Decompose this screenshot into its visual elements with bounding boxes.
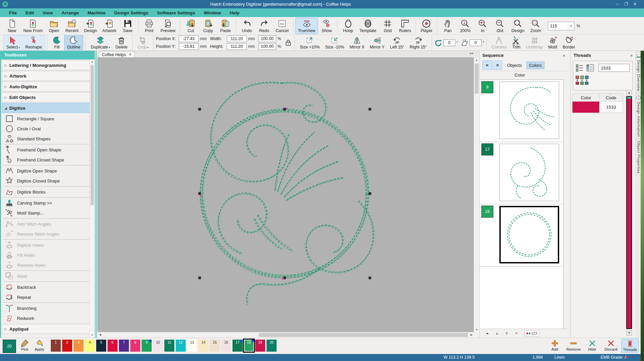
move-first-button[interactable]: ⏶ [483,330,492,337]
cut-button[interactable]: Cut [182,18,199,34]
tool-branching[interactable]: Branching [1,303,95,313]
thread-chart-icon[interactable] [586,64,595,72]
undo-button[interactable]: Undo [238,18,256,34]
toolbox-section-artwork[interactable]: ▷Artwork [2,71,90,81]
discard-button[interactable]: Discard [603,339,619,353]
tool-digitize-blocks[interactable]: Digitize Blocks [1,187,95,197]
color-swatch[interactable]: 9 [481,81,493,93]
tool-repeat[interactable]: Repeat [1,292,95,302]
tool-freehand-closed-shape[interactable]: Freehand Closed Shape [1,155,95,165]
player-button[interactable]: Player [418,18,435,34]
canvas-vertical-scrollbar[interactable]: ▲ ▼ [474,57,479,332]
thread-list-icon[interactable] [575,64,584,72]
assign-colors-icon[interactable] [575,75,590,87]
design-canvas[interactable] [98,57,474,332]
scrollbar-thumb[interactable] [475,64,479,94]
palette-color-11[interactable]: 11 [164,340,174,352]
mirror-y-button[interactable]: Mirror Y [367,35,387,50]
scroll-left-icon[interactable]: ◀ [98,332,103,337]
menu-view[interactable]: View [38,8,57,17]
skew-icon[interactable] [461,38,469,47]
remove-button[interactable]: Remove [565,339,582,353]
artwork-button[interactable]: Artwork [100,18,119,34]
add-button[interactable]: Add [546,339,563,353]
minimize-button[interactable]: ─ [613,0,622,8]
grid-button[interactable]: Grid [379,18,396,34]
border-button[interactable]: Border [560,35,578,50]
palette-color-13[interactable]: 13 [187,340,197,352]
tool-freehand-open-shape[interactable]: Freehand Open Shape [1,145,95,155]
palette-color-8[interactable]: 8 [130,340,140,352]
recent-button[interactable]: Recent [63,18,82,34]
width-field[interactable]: 111.20 [227,35,247,42]
size-10-button[interactable]: Size -10% [323,35,347,50]
copy-button[interactable]: Copy [199,18,217,34]
right-15-button[interactable]: 15°Right 15° [407,35,430,50]
apply-color-button[interactable]: Apply [33,339,46,351]
palette-color-16[interactable]: 16 [221,340,231,352]
position-y-field[interactable]: -15.61 [179,43,199,50]
toolbox-section-appliqu[interactable]: ▷Appliqué [2,324,90,334]
tool-redwork[interactable]: Redwork [1,313,95,323]
motif-button[interactable]: Motif [545,35,560,50]
palette-color-18[interactable]: 18 [244,340,254,352]
threads-scroll-down-icon[interactable]: ▼ [626,330,632,336]
lock-proportions-icon[interactable] [284,38,292,47]
open-button[interactable]: Open [45,18,63,34]
palette-color-5[interactable]: 5 [96,340,106,352]
in-button[interactable]: In [474,18,491,34]
thread-row[interactable]: 1533 [572,102,623,113]
close-button[interactable]: ✕ [631,0,639,8]
toolbox-section-auto-digitize[interactable]: ▷Auto-Digitize [2,82,90,92]
palette-color-14[interactable]: 14 [198,340,208,352]
threads-button[interactable]: Threads [621,339,639,353]
document-tab[interactable]: Coffee Helps ✕ [99,51,135,58]
tool-standard-shapes[interactable]: Standard Shapes [1,134,95,144]
palette-color-4[interactable]: 4 [85,340,95,352]
tool-carving-stamp[interactable]: Carving Stamp >> [1,198,95,208]
reshape-button[interactable]: Reshape [23,35,45,50]
palette-color-12[interactable]: 12 [176,340,186,352]
zoom-button[interactable]: Zoom [527,18,544,34]
design-button[interactable]: Design [509,18,527,34]
toolbox-section-edit-objects[interactable]: ▷Edit Objects [2,92,90,102]
palette-color-10[interactable]: 10 [153,340,163,352]
paste-button[interactable]: Paste [217,18,234,34]
threads-scroll-up-icon[interactable]: ▲ [626,90,632,96]
palette-color-7[interactable]: 7 [119,340,129,352]
color-swatch[interactable]: 17 [481,143,493,155]
scroll-up-icon[interactable]: ▲ [90,59,95,64]
scroll-right-icon[interactable]: ▶ [469,332,474,337]
skew-angle-field[interactable]: 0 [470,39,482,46]
menu-help[interactable]: Help [225,8,244,17]
outline-button[interactable]: Outline [64,35,84,50]
menu-machine[interactable]: Machine [83,8,110,17]
tool-digitize-open-shape[interactable]: Digitize Open Shape [1,166,95,176]
collapse-panel-icon[interactable]: » [630,53,633,58]
palette-color-3[interactable]: 3 [73,340,84,352]
column-color[interactable]: Color [572,94,600,102]
rotate-angle-field[interactable]: 0 [443,39,455,46]
object-thumbnail[interactable] [499,206,559,263]
duplicate-button[interactable]: Duplicate▾ [88,35,113,50]
palette-color-1[interactable]: 1 [51,340,61,352]
pan-button[interactable]: Pan [439,18,457,34]
toolbox-section-lettering-monogramming[interactable]: ▷Lettering / Monogramming [2,60,90,70]
canvas-horizontal-scrollbar[interactable]: ◀ ▶ [98,332,474,338]
tool-rectangle-square[interactable]: Rectangle / Square [1,114,95,124]
color-swatch[interactable]: 18 [481,206,493,218]
scroll-up-icon[interactable]: ▲ [474,57,479,63]
maximize-button[interactable]: ❐ [622,0,631,8]
print-button[interactable]: Print [141,18,158,34]
height-percent-field[interactable]: 100.00 [258,43,276,50]
sequence-item-17[interactable]: 17 [480,142,564,204]
hide-button[interactable]: Hide [584,339,601,353]
menu-window[interactable]: Window [199,8,225,17]
palette-color-9[interactable]: 9 [142,340,152,352]
select-button[interactable]: Select▾ [4,35,23,50]
preview-button[interactable]: Preview [158,18,178,34]
hoop-button[interactable]: Hoop [339,18,357,34]
100-button[interactable]: 1100% [457,18,474,34]
move-last-button[interactable]: ⏷ [512,330,521,337]
sequence-item-9[interactable]: 9 [480,80,564,142]
